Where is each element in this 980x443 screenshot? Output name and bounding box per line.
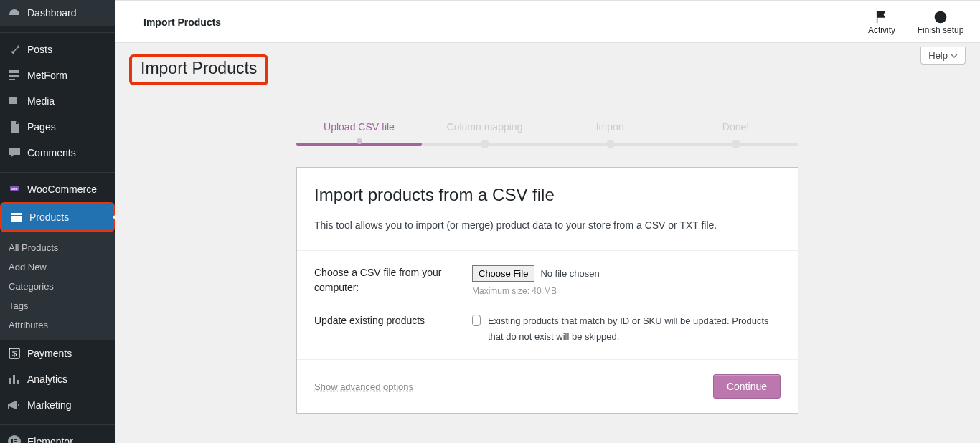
sidebar-item-products[interactable]: Products	[2, 204, 113, 230]
sidebar-item-dashboard[interactable]: Dashboard	[0, 0, 115, 26]
help-toggle[interactable]: Help	[920, 47, 966, 65]
progress-ring-icon	[933, 9, 948, 25]
progress-step-import: Import	[547, 121, 673, 144]
sidebar-item-posts[interactable]: Posts	[0, 37, 115, 62]
update-existing-description: Existing products that match by ID or SK…	[488, 313, 781, 345]
update-existing-label: Update existing products	[314, 313, 472, 345]
topbar-title: Import Products	[143, 16, 221, 28]
sidebar-item-label: Posts	[27, 43, 109, 56]
card-description: This tool allows you to import (or merge…	[314, 218, 781, 233]
progress-dot	[732, 140, 740, 148]
import-card: Import products from a CSV file This too…	[296, 167, 798, 414]
max-size-hint: Maximum size: 40 MB	[472, 286, 781, 296]
page-content: Help Import Products Upload CSV file Col…	[115, 43, 980, 442]
sidebar-item-label: Marketing	[27, 399, 109, 411]
sidebar-item-comments[interactable]: Comments	[0, 140, 115, 166]
progress-step-done: Done!	[673, 121, 798, 144]
menu-separator	[0, 29, 115, 33]
sidebar-item-label: Dashboard	[27, 6, 109, 19]
main-content: Import Products Activity Finish setup He…	[115, 0, 980, 443]
menu-separator	[0, 169, 115, 173]
archive-icon	[9, 210, 24, 224]
dollar-icon: $	[7, 346, 22, 361]
sidebar-item-metform[interactable]: MetForm	[0, 62, 115, 88]
sidebar-item-label: Analytics	[27, 373, 109, 386]
comment-icon	[7, 146, 22, 160]
activity-button[interactable]: Activity	[857, 9, 907, 35]
progress-step-mapping: Column mapping	[422, 121, 547, 144]
progress-dot	[606, 140, 615, 148]
gauge-icon	[7, 6, 22, 20]
admin-sidebar: Dashboard Posts MetForm Media Pages Comm…	[0, 0, 115, 443]
help-label: Help	[928, 50, 948, 61]
submenu-item-tags[interactable]: Tags	[0, 296, 115, 315]
submenu-item-categories[interactable]: Categories	[0, 277, 115, 296]
sidebar-item-woocommerce[interactable]: woo WooCommerce	[0, 176, 115, 202]
submenu-item-all-products[interactable]: All Products	[0, 238, 115, 257]
pages-icon	[7, 120, 22, 134]
update-existing-checkbox[interactable]	[472, 315, 481, 326]
svg-rect-7	[14, 441, 17, 442]
media-icon	[7, 94, 22, 108]
sidebar-item-label: Pages	[27, 120, 109, 133]
svg-rect-6	[14, 439, 17, 440]
elementor-icon	[7, 434, 22, 443]
chevron-down-icon	[951, 52, 958, 59]
card-footer: Show advanced options Continue	[297, 360, 798, 413]
file-chosen-text: No file chosen	[540, 268, 599, 279]
sidebar-item-pages[interactable]: Pages	[0, 114, 115, 140]
progress-dot	[357, 138, 362, 144]
progress-step-upload: Upload CSV file	[296, 121, 422, 144]
card-title: Import products from a CSV file	[314, 185, 781, 205]
sidebar-item-payments[interactable]: $ Payments	[0, 340, 115, 366]
highlight-page-heading: Import Products	[129, 54, 268, 85]
sidebar-item-label: Products	[29, 211, 107, 224]
topbar-action-label: Finish setup	[918, 25, 964, 35]
sidebar-item-media[interactable]: Media	[0, 88, 115, 114]
woocommerce-topbar: Import Products Activity Finish setup	[115, 0, 980, 43]
page-heading: Import Products	[141, 59, 257, 78]
megaphone-icon	[7, 398, 22, 412]
topbar-actions: Activity Finish setup	[857, 9, 966, 35]
woo-icon: woo	[7, 182, 22, 196]
svg-text:$: $	[12, 349, 17, 358]
progress-dot	[481, 140, 489, 148]
topbar-action-label: Activity	[868, 25, 895, 35]
svg-text:woo: woo	[10, 187, 18, 191]
row-update-existing: Update existing products Existing produc…	[314, 313, 781, 345]
sidebar-item-label: Elementor	[27, 435, 109, 443]
sidebar-item-label: Payments	[27, 347, 109, 360]
metform-icon	[7, 68, 22, 82]
sidebar-item-label: MetForm	[27, 69, 109, 82]
show-advanced-link[interactable]: Show advanced options	[314, 381, 413, 392]
sidebar-item-analytics[interactable]: Analytics	[0, 366, 115, 392]
sidebar-item-label: Comments	[27, 146, 109, 159]
submenu-item-attributes[interactable]: Attributes	[0, 315, 115, 335]
card-header: Import products from a CSV file This too…	[297, 168, 798, 251]
highlight-products-menu: Products	[0, 202, 115, 232]
sidebar-item-elementor[interactable]: Elementor	[0, 429, 115, 443]
menu-separator	[0, 421, 115, 425]
sidebar-item-marketing[interactable]: Marketing	[0, 392, 115, 418]
products-submenu: All Products Add New Categories Tags Att…	[0, 232, 115, 340]
card-body: Choose a CSV file from your computer: Ch…	[297, 251, 798, 360]
flag-icon	[874, 9, 890, 25]
sidebar-item-label: Media	[27, 95, 109, 108]
import-progress: Upload CSV file Column mapping Import Do…	[296, 121, 798, 150]
pin-icon	[7, 42, 22, 57]
row-choose-file: Choose a CSV file from your computer: Ch…	[314, 265, 781, 296]
continue-button[interactable]: Continue	[713, 374, 781, 399]
svg-point-9	[936, 11, 946, 22]
choose-file-label: Choose a CSV file from your computer:	[314, 265, 472, 296]
svg-rect-5	[11, 439, 13, 443]
sidebar-item-label: WooCommerce	[27, 183, 109, 196]
finish-setup-button[interactable]: Finish setup	[915, 9, 966, 35]
submenu-item-add-new[interactable]: Add New	[0, 257, 115, 277]
choose-file-button[interactable]: Choose File	[472, 265, 534, 282]
bars-icon	[7, 372, 22, 386]
